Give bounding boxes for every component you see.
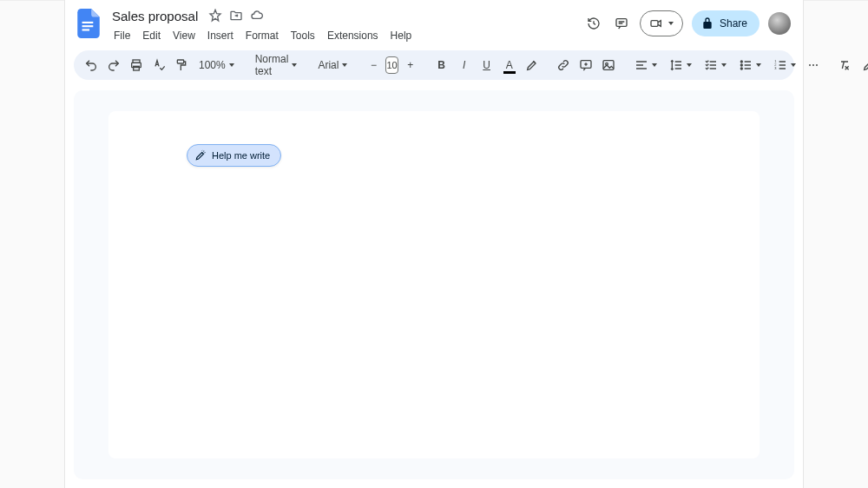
cloud-status-icon[interactable] — [250, 9, 264, 23]
header-bar: Sales proposal File Edit View Insert — [65, 0, 803, 47]
svg-rect-1 — [82, 25, 94, 27]
svg-text:3: 3 — [774, 66, 777, 70]
checklist-dropdown[interactable] — [699, 55, 732, 76]
svg-point-19 — [812, 64, 814, 66]
help-me-write-label: Help me write — [212, 150, 270, 161]
print-button[interactable] — [126, 55, 147, 76]
account-avatar[interactable] — [768, 12, 791, 35]
title-block: Sales proposal File Edit View Insert — [108, 7, 417, 43]
help-me-write-chip[interactable]: Help me write — [187, 144, 281, 167]
chevron-down-icon — [652, 63, 657, 67]
more-button[interactable] — [803, 55, 824, 76]
svg-rect-10 — [603, 61, 614, 70]
numbered-list-dropdown[interactable]: 123 — [768, 55, 801, 76]
menu-view[interactable]: View — [168, 28, 201, 43]
zoom-dropdown[interactable]: 100% — [194, 55, 240, 76]
bold-button[interactable]: B — [431, 55, 452, 76]
redo-button[interactable] — [103, 55, 124, 76]
insert-image-button[interactable] — [598, 55, 619, 76]
svg-rect-8 — [177, 60, 183, 63]
menu-format[interactable]: Format — [240, 28, 284, 43]
magic-pen-icon — [194, 149, 207, 162]
align-dropdown[interactable] — [629, 55, 662, 76]
share-button[interactable]: Share — [692, 10, 760, 36]
insert-link-button[interactable] — [553, 55, 574, 76]
docs-logo-icon[interactable] — [77, 9, 100, 38]
history-icon[interactable] — [584, 14, 603, 33]
svg-point-12 — [740, 61, 742, 63]
menu-edit[interactable]: Edit — [137, 28, 166, 43]
svg-point-13 — [740, 64, 742, 66]
chevron-down-icon — [721, 63, 727, 67]
menu-insert[interactable]: Insert — [202, 28, 239, 43]
svg-rect-0 — [82, 22, 94, 23]
highlight-button[interactable] — [522, 55, 542, 76]
toolbar: 100% Normal text Arial − 10 + B I U A 12… — [74, 50, 794, 80]
star-icon[interactable] — [208, 9, 222, 23]
bullet-list-dropdown[interactable] — [733, 55, 766, 76]
chevron-down-icon — [292, 63, 297, 67]
svg-rect-3 — [616, 19, 627, 27]
font-dropdown[interactable]: Arial — [312, 55, 352, 76]
svg-point-18 — [809, 64, 811, 66]
document-page[interactable]: Help me write — [108, 111, 760, 458]
svg-point-20 — [816, 64, 818, 66]
comments-icon[interactable] — [612, 14, 631, 33]
outer-frame-left — [0, 0, 65, 488]
menu-help[interactable]: Help — [385, 28, 418, 43]
move-folder-icon[interactable] — [229, 9, 243, 23]
italic-button[interactable]: I — [454, 55, 475, 76]
app-window: Sales proposal File Edit View Insert — [65, 0, 803, 488]
chevron-down-icon — [791, 63, 796, 67]
svg-rect-2 — [82, 29, 90, 30]
chevron-down-icon — [687, 63, 692, 67]
font-size-input[interactable]: 10 — [385, 56, 398, 74]
svg-point-14 — [740, 68, 742, 69]
meet-button[interactable] — [640, 10, 683, 36]
editing-mode-dropdown[interactable] — [857, 55, 868, 76]
font-size-decrease[interactable]: − — [363, 55, 384, 76]
canvas-area: Help me write — [74, 90, 794, 479]
menu-extensions[interactable]: Extensions — [322, 28, 384, 43]
chevron-down-icon — [229, 63, 234, 67]
style-dropdown[interactable]: Normal text — [250, 55, 303, 76]
undo-button[interactable] — [81, 55, 102, 76]
header-actions: Share — [584, 10, 791, 36]
line-spacing-dropdown[interactable] — [664, 55, 697, 76]
svg-rect-4 — [651, 21, 658, 27]
chevron-down-icon — [668, 22, 674, 25]
chevron-down-icon — [342, 63, 347, 67]
insert-comment-button[interactable] — [575, 55, 596, 76]
format-paint-button[interactable] — [171, 55, 192, 76]
font-size-increase[interactable]: + — [400, 55, 421, 76]
document-title[interactable]: Sales proposal — [108, 8, 201, 24]
menu-bar: File Edit View Insert Format Tools Exten… — [108, 28, 417, 43]
text-color-button[interactable]: A — [499, 55, 520, 76]
menu-tools[interactable]: Tools — [286, 28, 320, 43]
underline-button[interactable]: U — [477, 55, 497, 76]
clear-formatting-button[interactable] — [834, 55, 855, 76]
chevron-down-icon — [756, 63, 761, 67]
share-label: Share — [720, 17, 747, 30]
menu-file[interactable]: File — [108, 28, 135, 43]
spellcheck-button[interactable] — [148, 55, 169, 76]
